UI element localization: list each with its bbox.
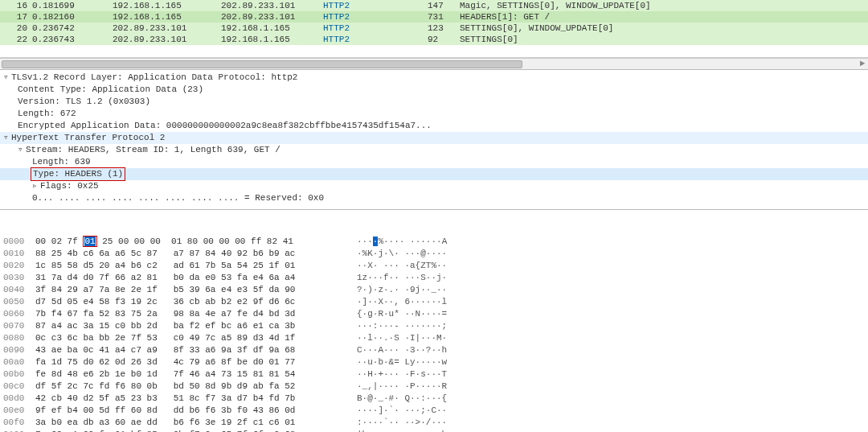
hex-bytes: df 5f 2c 7c fd f6 80 0b bd 50 8d 9b d9 a… — [35, 381, 357, 393]
ascii-highlight: · — [373, 237, 379, 246]
hex-offset: 0040 — [3, 284, 35, 296]
detail-tls-version[interactable]: Version: TLS 1.2 (0x0303) — [0, 96, 868, 108]
hex-bytes: 7c 62 e1 92 fc 01 bf 85 9b f7 9e 65 7f 6… — [35, 429, 357, 432]
detail-tls-encrypted[interactable]: Encrypted Application Data: 000000000000… — [0, 120, 868, 132]
col-source: 192.168.1.165 — [113, 11, 221, 23]
hex-pane[interactable]: 000000 02 7f 01 25 00 00 00 01 80 00 00 … — [0, 210, 868, 432]
hex-offset: 0080 — [3, 332, 35, 344]
col-info: Magic, SETTINGS[0], WINDOW_UPDATE[0] — [460, 0, 868, 11]
hex-bytes: 87 a4 ac 3a 15 c0 bb 2d ba f2 ef bc a6 e… — [35, 320, 357, 332]
tree-expanded-icon[interactable]: ▿ — [3, 72, 11, 84]
packet-row[interactable]: 220.236743202.89.233.101192.168.1.165HTT… — [0, 34, 868, 45]
col-source: 192.168.1.165 — [113, 0, 221, 11]
col-source: 202.89.233.101 — [113, 34, 221, 45]
hex-offset: 00a0 — [3, 356, 35, 368]
scroll-thumb[interactable] — [2, 60, 522, 68]
col-length: 731 — [428, 11, 460, 23]
hex-row[interactable]: 00607b f4 67 fa 52 83 75 2a 98 8a 4e a7 … — [3, 308, 865, 320]
hex-ascii: B·@·_·#· Q··:···{ — [357, 393, 865, 405]
hex-offset: 0070 — [3, 320, 35, 332]
detail-tls-record[interactable]: ▿ TLSv1.2 Record Layer: Application Data… — [0, 72, 868, 84]
hex-offset: 0100 — [3, 429, 35, 432]
hex-ascii: :····`·· ··>·/··· — [357, 417, 865, 429]
hex-row[interactable]: 003031 7a d4 d0 7f 66 a2 81 b0 da e0 53 … — [3, 272, 865, 284]
detail-tls-contenttype[interactable]: Content Type: Application Data (23) — [0, 84, 868, 96]
packet-list-pane[interactable]: 160.181699192.168.1.165202.89.233.101HTT… — [0, 0, 868, 58]
hex-bytes: 43 ae ba 0c 41 a4 c7 a9 8f 33 a6 9a 3f d… — [35, 344, 357, 356]
packet-row[interactable]: 160.181699192.168.1.165202.89.233.101HTT… — [0, 0, 868, 11]
packet-row[interactable]: 200.236742202.89.233.101192.168.1.165HTT… — [0, 23, 868, 34]
hex-offset: 00f0 — [3, 417, 35, 429]
hex-row[interactable]: 00d042 cb 40 d2 5f a5 23 b3 51 8c f7 3a … — [3, 393, 865, 405]
hex-row[interactable]: 000000 02 7f 01 25 00 00 00 01 80 00 00 … — [3, 236, 865, 248]
col-destination: 202.89.233.101 — [221, 11, 323, 23]
detail-flags[interactable]: ▹ Flags: 0x25 — [0, 180, 868, 192]
hex-row[interactable]: 00800c c3 6c ba bb 2e 7f 53 c0 49 7c a5 … — [3, 332, 865, 344]
hex-offset: 00d0 — [3, 393, 35, 405]
hex-bytes: 00 02 7f 01 25 00 00 00 01 80 00 00 00 f… — [35, 236, 357, 248]
detail-stream-length[interactable]: Length: 639 — [0, 156, 868, 168]
hex-offset: 0000 — [3, 236, 35, 248]
hex-row[interactable]: 007087 a4 ac 3a 15 c0 bb 2d ba f2 ef bc … — [3, 320, 865, 332]
packet-details-pane[interactable]: ▿ TLSv1.2 Record Layer: Application Data… — [0, 69, 868, 210]
detail-reserved[interactable]: 0... .... .... .... .... .... .... .... … — [0, 192, 868, 204]
hex-row[interactable]: 00a0fa 1d 75 d0 62 0d 26 3d 4c 79 a6 8f … — [3, 356, 865, 368]
col-protocol: HTTP2 — [323, 34, 428, 45]
hex-bytes: 9f ef b4 00 5d ff 60 8d dd b6 f6 3b f0 4… — [35, 405, 357, 417]
hex-ascii: C···A··· ·3··?··h — [357, 344, 865, 356]
hex-bytes: 3f 84 29 a7 7a 8e 2e 1f b5 39 6a e4 e3 5… — [35, 284, 357, 296]
hex-ascii: {·g·R·u* ··N····= — [357, 308, 865, 320]
hex-row[interactable]: 00c0df 5f 2c 7c fd f6 80 0b bd 50 8d 9b … — [3, 381, 865, 393]
col-protocol: HTTP2 — [323, 0, 428, 11]
hex-bytes: 88 25 4b c6 6a a6 5c 87 a7 87 84 40 92 b… — [35, 248, 357, 260]
detail-http2-stream[interactable]: ▿ Stream: HEADERS, Stream ID: 1, Length … — [0, 144, 868, 156]
hex-ascii: ·]··X··, 6······l — [357, 296, 865, 308]
hex-offset: 0060 — [3, 308, 35, 320]
detail-tls-length[interactable]: Length: 672 — [0, 108, 868, 120]
col-length: 147 — [428, 0, 460, 11]
hex-row[interactable]: 00201c 85 58 d5 20 a4 b6 c2 ad 61 7b 5a … — [3, 260, 865, 272]
col-time: 0.182160 — [32, 11, 113, 23]
tree-expanded-icon[interactable]: ▿ — [3, 132, 11, 144]
tree-expanded-icon[interactable]: ▿ — [18, 144, 26, 156]
hex-ascii: 1z···f·· ···S··j· — [357, 272, 865, 284]
col-time: 0.181699 — [32, 0, 113, 11]
hex-ascii: ··H·+··· ·F·s···T — [357, 368, 865, 381]
hex-bytes: 0c c3 6c ba bb 2e 7f 53 c0 49 7c a5 89 d… — [35, 332, 357, 344]
detail-stream-type[interactable]: Type: HEADERS (1) — [0, 168, 868, 180]
packet-list-hscroll[interactable]: ◄ ► — [0, 58, 868, 69]
hex-row[interactable]: 01007c 62 e1 92 fc 01 bf 85 9b f7 9e 65 … — [3, 429, 865, 432]
hex-offset: 0020 — [3, 260, 35, 272]
hex-bytes: d7 5d 05 e4 58 f3 19 2c 36 cb ab b2 e2 9… — [35, 296, 357, 308]
col-source: 202.89.233.101 — [113, 23, 221, 34]
detail-label: TLSv1.2 Record Layer: Application Data P… — [11, 72, 297, 84]
col-destination: 192.168.1.165 — [221, 23, 323, 34]
hex-row[interactable]: 0050d7 5d 05 e4 58 f3 19 2c 36 cb ab b2 … — [3, 296, 865, 308]
hex-ascii: ···:···- ·······; — [357, 320, 865, 332]
hex-ascii: ··l··.·S ·I|···M· — [357, 332, 865, 344]
col-info: SETTINGS[0] — [460, 34, 868, 45]
hex-bytes: 1c 85 58 d5 20 a4 b6 c2 ad 61 7b 5a 54 2… — [35, 260, 357, 272]
hex-ascii: ··u·b·&= Ly·····w — [357, 356, 865, 368]
scroll-right-icon[interactable]: ► — [857, 59, 868, 70]
tree-collapsed-icon[interactable]: ▹ — [32, 180, 40, 192]
hex-row[interactable]: 00b0fe 8d 48 e6 2b 1e b0 1d 7f 46 a4 73 … — [3, 368, 865, 381]
col-length: 123 — [428, 23, 460, 34]
packet-row[interactable]: 170.182160192.168.1.165202.89.233.101HTT… — [0, 11, 868, 23]
hex-row[interactable]: 00403f 84 29 a7 7a 8e 2e 1f b5 39 6a e4 … — [3, 284, 865, 296]
col-no: 20 — [0, 23, 32, 34]
hex-highlight: 01 — [84, 237, 95, 246]
detail-http2-header[interactable]: ▿ HyperText Transfer Protocol 2 — [0, 132, 868, 144]
hex-row[interactable]: 001088 25 4b c6 6a a6 5c 87 a7 87 84 40 … — [3, 248, 865, 260]
hex-bytes: 31 7a d4 d0 7f 66 a2 81 b0 da e0 53 fa e… — [35, 272, 357, 284]
col-no: 17 — [0, 11, 32, 23]
hex-row[interactable]: 00f03a b0 ea db a3 60 ae dd b6 f6 3e 19 … — [3, 417, 865, 429]
hex-row[interactable]: 00e09f ef b4 00 5d ff 60 8d dd b6 f6 3b … — [3, 405, 865, 417]
col-info: SETTINGS[0], WINDOW_UPDATE[0] — [460, 23, 868, 34]
hex-row[interactable]: 009043 ae ba 0c 41 a4 c7 a9 8f 33 a6 9a … — [3, 344, 865, 356]
col-time: 0.236743 — [32, 34, 113, 45]
hex-bytes: fe 8d 48 e6 2b 1e b0 1d 7f 46 a4 73 15 8… — [35, 368, 357, 381]
col-no: 16 — [0, 0, 32, 11]
hex-bytes: 3a b0 ea db a3 60 ae dd b6 f6 3e 19 2f c… — [35, 417, 357, 429]
hex-ascii: ·%K·j·\· ···@···· — [357, 248, 865, 260]
